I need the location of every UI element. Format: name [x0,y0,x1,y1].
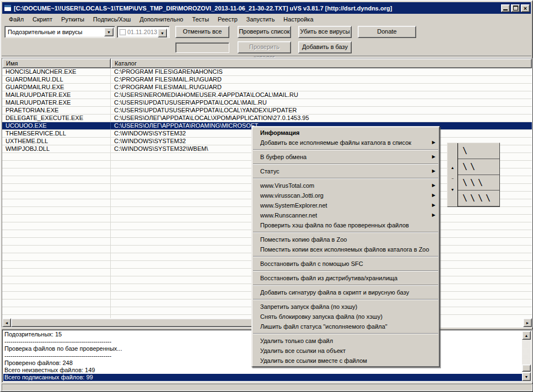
close-button[interactable]: × [521,4,530,12]
table-row[interactable]: GUARDMAILRU.EXEC:\PROGRAM FILES\MAIL.RU\… [2,84,532,91]
submenu-item[interactable]: \\ [458,159,499,175]
context-menu-item[interactable]: Восстановить файл с помощью SFC [252,259,439,269]
scrollbar-thumb[interactable] [522,364,531,372]
cell-name [2,176,111,183]
cell-name [2,153,111,160]
vertical-scrollbar[interactable]: ▲ ▼ [522,331,531,381]
context-menu-item[interactable]: www.Runscanner.net▶ [252,210,439,220]
scroll-up-icon[interactable]: ▲ [522,331,531,340]
context-menu-item[interactable]: Поместить копию файла в Zoo [252,235,439,244]
context-menu-item[interactable]: Поместить копии всех исполняемых файлов … [252,244,439,254]
table-row[interactable]: MAILRUUPDATER.EXEC:\USERS\UPDATUSUSER\AP… [2,99,532,107]
menubar-item[interactable]: Руткиты [57,15,89,24]
context-menu-separator [252,331,439,336]
add-to-database-button[interactable]: Добавить в базу [298,41,352,53]
menubar-item[interactable]: Запустить [242,15,279,24]
submenu-spinner: ▲ − ▼ [448,143,458,206]
cell-name: UCOUOO.EXE [2,122,111,129]
submenu-item[interactable]: \ [458,143,499,159]
menubar-item[interactable]: Реестр [213,15,242,24]
scroll-left-icon[interactable]: ◄ [2,318,11,327]
context-menu-item[interactable]: Удалить только сам файл [252,336,439,346]
submenu-arrow-icon: ▶ [432,200,435,210]
cell-name [2,284,111,291]
date-picker[interactable]: 01.11.2013 ▼ [117,26,170,38]
context-menu-item[interactable]: www.SystemExplorer.net▶ [252,200,439,210]
maximize-icon [513,6,518,10]
cell-name [2,253,111,260]
menubar-item[interactable]: Подпись/Хэш [89,15,135,24]
column-header-name[interactable]: Имя [2,58,111,68]
table-row[interactable]: GUARDMAILRU.DLLC:\PROGRAM FILES\MAIL.RU\… [2,76,532,84]
context-menu-item[interactable]: Восстановить файл из дистрибутива/хранил… [252,273,439,283]
cell-path: C:\USERS\NEROMEDIAHOMEUSER.4\APPDATA\LOC… [111,91,532,99]
cancel-all-button[interactable]: Отменить все [175,26,229,38]
cell-name: THEMESERVICE.DLL [2,130,111,137]
context-menu-label: Информация [260,128,435,138]
kill-all-viruses-button[interactable]: Убить все вирусы [298,26,352,38]
date-checkbox[interactable] [120,29,126,35]
log-line[interactable]: Всего неизвестных файлов: 149 [3,367,522,374]
submenu-item[interactable]: \\\\ [458,190,499,206]
context-menu-label: Восстановить файл с помощью SFC [260,259,435,269]
cell-name: MAILRUUPDATER.EXE [2,99,111,106]
log-line[interactable]: Всего подписанных файлов: 99 [3,374,522,381]
window-title: [C:\DOCUME~1\!USER!\LOCALS~1\TEMP\UVS_TM… [14,5,501,12]
context-menu-item[interactable]: Запретить запуск файла (по хэшу) [252,302,439,312]
menubar-item[interactable]: Скрипт [28,15,57,24]
context-menu-label: Удалить все ссылки на объект [260,346,435,356]
context-menu-item[interactable]: Добавить все исполняемые файлы каталога … [252,138,439,148]
submenu-items: \\\\\\\\\\ [458,143,499,206]
context-menu-item[interactable]: В буфер обмена▶ [252,152,439,162]
cell-name: PRAETORIAN.EXE [2,107,111,114]
scroll-right-icon[interactable]: ► [523,318,532,327]
context-menu-label: www.Runscanner.net [260,210,430,220]
filter-dropdown[interactable]: Подозрительные и вирусы ▼ [4,26,115,38]
context-menu-label: Проверить хэш файла по базе проверенных … [260,220,435,230]
donate-button[interactable]: Donate [358,26,416,38]
spinner-minus-icon[interactable]: − [451,173,454,184]
chevron-down-icon[interactable]: ▼ [158,29,167,37]
context-menu: ИнформацияДобавить все исполняемые файлы… [251,126,440,367]
cell-name: WMIPJOBJ.DLL [2,145,111,153]
chevron-down-icon[interactable]: ▼ [104,28,114,36]
table-row[interactable]: HONCISLAUNCHER.EXEC:\PROGRAM FILES\GAREN… [2,68,532,76]
context-menu-item[interactable]: Информация [252,128,439,138]
menubar-item[interactable]: Дополнительно [135,15,187,24]
context-menu-item[interactable]: Добавить сигнатуру файла в скрипт и виру… [252,287,439,297]
scroll-down-icon[interactable]: ▼ [522,372,531,381]
check-list-button[interactable]: Проверить список [238,26,291,38]
context-menu-item[interactable]: Проверить хэш файла по базе проверенных … [252,220,439,230]
spinner-up-icon[interactable]: ▲ [451,162,455,173]
maximize-button[interactable] [511,4,520,12]
cell-name [2,269,111,276]
cell-name [2,261,111,268]
context-menu-separator [252,254,439,259]
context-menu-item[interactable]: Удалить все ссылки вместе с файлом [252,356,439,366]
menubar-item[interactable]: Тесты [187,15,213,24]
context-menu-item[interactable]: www.VirusTotal.com▶ [252,181,439,190]
scrollbar-thumb[interactable] [11,318,274,327]
table-row[interactable]: PRAETORIAN.EXEC:\USERS\UPDATUSUSER\APPDA… [2,107,532,115]
app-icon[interactable] [4,4,12,12]
context-menu-item[interactable]: Лишить файл статуса "исполняемого файла" [252,322,439,331]
context-menu-label: Лишить файл статуса "исполняемого файла" [260,322,435,331]
context-menu-label: Снять блокировку запуска файла (по хэшу) [260,312,435,322]
cell-path: C:\USERS\ОЛЕГ\APPDATA\LOCAL\XPOM\APPLICA… [111,115,532,122]
submenu-item[interactable]: \\\ [458,175,499,191]
cell-name [2,199,111,206]
context-menu-item[interactable]: Снять блокировку запуска файла (по хэшу) [252,312,439,322]
context-menu-item[interactable]: Статус▶ [252,166,439,176]
context-menu-item[interactable]: www.virusscan.Jotti.org▶ [252,190,439,200]
spinner-down-icon[interactable]: ▼ [451,184,455,195]
table-row[interactable]: DELEGATE_EXECUTE.EXEC:\USERS\ОЛЕГ\APPDAT… [2,115,532,122]
menubar-item[interactable]: Файл [4,15,28,24]
column-header-path[interactable]: Каталог [111,58,532,68]
context-menu-item[interactable]: Удалить все ссылки на объект [252,346,439,356]
table-row[interactable]: MAILRUUPDATER.EXEC:\USERS\NEROMEDIAHOMEU… [2,91,532,99]
context-menu-label: www.SystemExplorer.net [260,200,430,210]
minimize-button[interactable] [501,4,510,12]
submenu-arrow-icon: ▶ [432,152,435,162]
directory-input[interactable] [175,42,229,53]
menubar-item[interactable]: Настройка [279,15,317,24]
